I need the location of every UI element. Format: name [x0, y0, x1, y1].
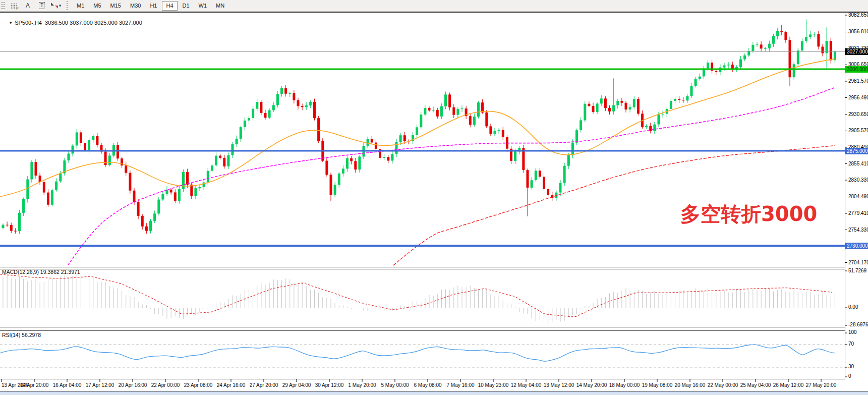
price-axis-label: 2930.650 [848, 111, 868, 117]
time-axis-label: 14 Apr 20:00 [20, 382, 49, 388]
time-axis-label: 22 Apr 00:00 [151, 382, 180, 388]
window-bottom-strip [0, 391, 868, 395]
macd-axis-label: 0.00 [848, 304, 858, 310]
time-axis-label: 7 May 16:00 [446, 382, 474, 388]
rsi-axis-label: 100 [848, 329, 857, 335]
price-axis-label: 2981.570 [848, 78, 868, 84]
rsi-axis-label: 70 [848, 341, 854, 347]
price-badge-level: 3000.000 [845, 66, 868, 73]
time-axis-label: 27 Apr 20:00 [250, 382, 278, 388]
time-axis-label: 1 May 20:00 [348, 382, 376, 388]
price-axis-label: 2855.410 [848, 161, 868, 166]
time-axis-label: 20 Apr 16:00 [119, 382, 147, 388]
rsi-indicator-label: RSI(14) 56.2978 [2, 332, 41, 338]
price-axis-label: 3082.650 [848, 12, 868, 18]
time-axis-label: 18 May 00:00 [609, 382, 640, 388]
price-axis-label: 2830.330 [848, 177, 868, 183]
chart-symbol-header: ▼SP500-,H4 3036.500 3037.000 3025.000 30… [3, 14, 142, 32]
price-axis-label: 2704.170 [848, 260, 868, 265]
ma-mid-magenta [66, 87, 835, 268]
time-axis-label: 27 May 20:00 [806, 382, 837, 388]
price-badge-current-price: 3027.000 [845, 48, 868, 55]
symbol-ohlc-text: SP500-,H4 3036.500 3037.000 3025.000 302… [15, 20, 142, 26]
time-axis-label: 22 May 00:00 [708, 382, 738, 388]
price-chart-canvas[interactable] [0, 0, 868, 395]
price-badge-level: 2875.000 [845, 148, 868, 154]
time-axis-label: 30 Apr 12:00 [315, 382, 344, 388]
price-axis-label: 2779.410 [848, 210, 868, 216]
trading-platform-window: F A T ▾ M1M5M15M30H1H4D1W1MN ▼SP500-,H4 … [0, 0, 868, 395]
symbol-dropdown-icon[interactable]: ▼ [9, 21, 13, 25]
time-axis-label: 14 May 20:00 [576, 382, 607, 388]
time-axis-label: 6 May 08:00 [414, 382, 441, 388]
rsi-axis-label: 0 [848, 373, 851, 379]
time-axis-label: 25 May 04:00 [740, 382, 771, 388]
time-axis-label: 29 Apr 04:00 [282, 382, 311, 388]
time-axis-label: 20 May 16:00 [675, 382, 706, 388]
macd-indicator-label: MACD(12,26,9) 19.3862 21.3971 [2, 269, 80, 275]
time-axis-label: 23 Apr 08:00 [184, 382, 213, 388]
macd-signal-line [0, 274, 832, 317]
time-axis-label: 12 May 04:00 [511, 382, 542, 388]
price-axis-label: 2905.570 [848, 128, 868, 133]
price-axis-label: 2956.490 [848, 95, 868, 100]
time-axis-label: 13 May 12:00 [544, 382, 574, 388]
macd-axis-label: -28.6976 [848, 322, 868, 327]
price-axis-label: 3056.810 [848, 29, 868, 34]
price-badge-level: 2730.000 [845, 243, 868, 249]
time-axis-label: 16 Apr 04:00 [53, 382, 82, 388]
time-axis-label: 5 May 00:00 [381, 382, 409, 388]
time-axis-label: 26 May 12:00 [773, 382, 804, 388]
price-axis-label: 2754.330 [848, 227, 868, 233]
time-axis-label: 19 May 08:00 [642, 382, 673, 388]
price-axis-label: 2804.490 [848, 194, 868, 199]
chart-text-annotation[interactable]: 多空转折3000 [680, 200, 817, 228]
macd-axis-label: 51.7269 [848, 268, 866, 273]
time-axis-label: 24 Apr 16:00 [217, 382, 246, 388]
time-axis-label: 10 May 23:00 [478, 382, 509, 388]
time-axis-label: 17 Apr 12:00 [86, 382, 114, 388]
rsi-line [0, 345, 835, 361]
rsi-axis-label: 30 [848, 364, 854, 369]
